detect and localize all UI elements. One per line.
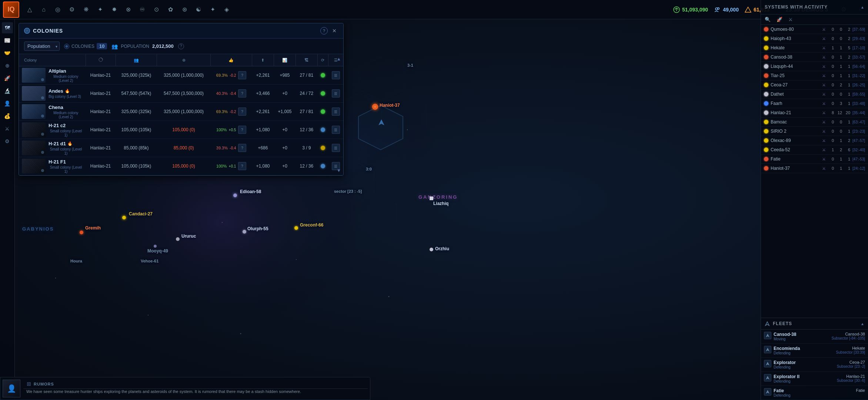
sidebar-icon-settings[interactable]: ⚙ (2, 136, 13, 147)
col-header-colony[interactable]: Colony (19, 54, 86, 66)
system-row[interactable]: Ceeda-52 ⚔ 1 2 6 [32:-40] (761, 145, 868, 155)
colony-row[interactable]: Chena Medium colony (Level 2) Hanlao-21 … (19, 103, 343, 121)
nav-icon-3[interactable]: ◎ (52, 4, 64, 16)
sort-select-wrapper[interactable]: Population Name System (24, 42, 60, 51)
fleet-row[interactable]: Cansod-38 Moving Cansod-38 Subsector [-8… (761, 330, 868, 344)
colony-slots: 27 / 81 (296, 66, 318, 85)
logo-button[interactable]: IQ (3, 1, 19, 18)
nav-icon-14[interactable]: ✦ (207, 4, 218, 16)
sidebar-icon-ships[interactable]: 🚀 (2, 73, 13, 84)
sidebar-icon-military[interactable]: ⚔ (2, 123, 13, 134)
filter-fleet-icon[interactable]: 🚀 (777, 17, 782, 22)
colony-row[interactable]: H-21 c2 Small colony (Level 1) Hanlao-21… (19, 121, 343, 139)
nav-icon-4[interactable]: ⚙ (66, 4, 78, 16)
colony-row[interactable]: H-21 F1 Small colony (Level 1) Hanlao-21… (19, 157, 343, 175)
nav-icon-10[interactable]: ⊙ (150, 4, 162, 16)
nav-icon-13[interactable]: ☯ (193, 4, 204, 16)
system-row[interactable]: Ceoa-27 ⚔ 0 2 1 [26:-25] (761, 80, 868, 90)
system-row[interactable]: Hanlao-21 ⚔ 8 12 20 [35:-44] (761, 108, 868, 118)
colony-approval-help[interactable]: ? (238, 71, 246, 79)
colony-row[interactable]: H-21 d1 🔥 Small colony (Level 1) Hanlao-… (19, 139, 343, 157)
sidebar-icon-economy[interactable]: 💰 (2, 110, 13, 122)
system-row[interactable]: Olexac-89 ⚔ 0 1 2 [47:-57] (761, 136, 868, 145)
system-row[interactable]: Fatie ⚔ 0 1 1 [47:-53] (761, 155, 868, 164)
col-header-spin[interactable] (86, 54, 116, 66)
fleet-info: Explorator II Defending (774, 374, 835, 383)
fleets-toggle[interactable]: ▲ (861, 322, 864, 326)
colony-action-button[interactable]: ☰ (332, 126, 340, 134)
colony-row[interactable]: Altiplan Medium colony (Level 2) Hanlao-… (19, 66, 343, 85)
col-header-pop[interactable]: 👥 (116, 54, 157, 66)
panel-filter-icons: 🔍 🚀 ⚔ (761, 14, 868, 25)
colony-action-button[interactable]: ☰ (332, 89, 340, 97)
colony-action-button[interactable]: ☰ (332, 144, 340, 152)
panel-help-button[interactable]: ? (320, 27, 328, 34)
nav-icon-11[interactable]: ✿ (164, 4, 176, 16)
scroll-up-button[interactable]: ▲ (337, 56, 341, 62)
col-header-status1[interactable]: ⟳ (317, 54, 328, 66)
sidebar-icon-leaders[interactable]: 👤 (2, 98, 13, 109)
nav-icon-2[interactable]: ⌂ (38, 4, 50, 16)
nav-icon-1[interactable]: △ (24, 4, 36, 16)
colony-thumbnail (22, 86, 46, 101)
col-header-housing[interactable]: ⊕ (157, 54, 211, 66)
fleet-row[interactable]: Explorator Defending Ceoa-27 Subsector [… (761, 358, 868, 372)
system-row[interactable]: Hekate ⚔ 1 1 5 [17:-10] (761, 43, 868, 53)
rumors-bar: 👤 RUMORS We have seen some treasure hunt… (0, 377, 370, 400)
colony-approval-help[interactable]: ? (238, 89, 246, 97)
nav-icon-12[interactable]: ⊛ (178, 4, 190, 16)
col-header-approval[interactable]: 👍 (210, 54, 252, 66)
population-help-button[interactable]: ? (178, 43, 184, 49)
colony-approval-help[interactable]: ? (238, 126, 246, 134)
colony-approval-help[interactable]: ? (238, 162, 246, 170)
nav-icon-15[interactable]: ◈ (221, 4, 233, 16)
sidebar-icon-research[interactable]: 🔬 (2, 85, 13, 96)
system-name: Tiar-25 (771, 73, 820, 78)
nav-icon-8[interactable]: ⊗ (122, 4, 134, 16)
colony-type: Small colony (Level 1) (49, 147, 83, 155)
svg-marker-23 (358, 105, 403, 150)
system-row[interactable]: Qumoes-80 ⚔ 0 0 2 [37:-59] (761, 25, 868, 34)
table-header: Colony 👥 ⊕ 👍 ⬆ 📊 🏗 ⟳ ☰ (19, 54, 343, 66)
sidebar-icon-news[interactable]: 📰 (2, 35, 13, 46)
nav-icon-7[interactable]: ✸ (108, 4, 120, 16)
col-header-income[interactable]: 📊 (274, 54, 296, 66)
colony-action-button[interactable]: ☰ (332, 108, 340, 116)
filter-search-icon[interactable]: 🔍 (765, 17, 771, 22)
system-name: Olexac-89 (771, 138, 820, 143)
system-row[interactable]: Dathet ⚔ 0 0 1 [59:-55] (761, 90, 868, 99)
nav-icon-9[interactable]: ♾ (136, 4, 148, 16)
col-header-growth[interactable]: ⬆ (252, 54, 274, 66)
system-count-2: 1 (836, 166, 842, 171)
panel-close-button[interactable]: ✕ (331, 27, 338, 34)
fleet-row[interactable]: Fatie Defending Fatie (761, 386, 868, 400)
filter-battle-icon[interactable]: ⚔ (788, 17, 793, 22)
system-row[interactable]: Tiar-25 ⚔ 0 1 1 [31:-22] (761, 71, 868, 80)
fleet-row[interactable]: Explorator II Defending Hanlao-21 Subsec… (761, 372, 868, 386)
colony-row[interactable]: Andes 🔥 Big colony (Level 3) Hanlao-21 5… (19, 85, 343, 103)
sidebar-icon-diplomacy[interactable]: 🤝 (2, 47, 13, 59)
system-row[interactable]: Liaquph-44 ⚔ 0 1 1 [56:-64] (761, 62, 868, 71)
system-row[interactable]: Cansod-38 ⚔ 0 1 2 [33:-57] (761, 53, 868, 62)
system-row[interactable]: Haniot-37 ⚔ 0 1 1 [24:-12] (761, 164, 868, 173)
system-row[interactable]: Haioph-43 ⚔ 0 0 2 [29:-63] (761, 34, 868, 43)
system-coords: [35:-44] (852, 111, 865, 115)
colonies-panel: COLONIES ? ✕ Population Name System COLO… (19, 23, 344, 176)
sort-dropdown[interactable]: Population Name System (24, 42, 60, 51)
system-row[interactable]: Bamoac ⚔ 0 0 1 [63:-47] (761, 118, 868, 127)
col-header-slots[interactable]: 🏗 (296, 54, 318, 66)
colony-approval-help[interactable]: ? (238, 108, 246, 116)
nav-icon-5[interactable]: ❋ (80, 4, 92, 16)
sidebar-icon-map[interactable]: 🗺 (2, 22, 13, 33)
sidebar-icon-colonies[interactable]: ⊕ (2, 60, 13, 71)
colony-action-button[interactable]: ☰ (332, 71, 340, 79)
system-row[interactable]: SIRIO 2 ⚔ 0 0 1 [23:-23] (761, 127, 868, 136)
colony-approval-help[interactable]: ? (238, 144, 246, 152)
panel-toggle-button[interactable]: ▲ (861, 5, 864, 9)
nav-icon-6[interactable]: ✦ (94, 4, 106, 16)
system-row[interactable]: Faarh ⚔ 0 3 1 [33:-48] (761, 99, 868, 108)
scroll-down-button[interactable]: ▼ (337, 168, 341, 173)
svg-marker-36 (766, 348, 769, 351)
fleet-row[interactable]: Encomienda Defending Hekate Subsector [3… (761, 344, 868, 358)
fleet-name: Cansod-38 (774, 332, 829, 337)
